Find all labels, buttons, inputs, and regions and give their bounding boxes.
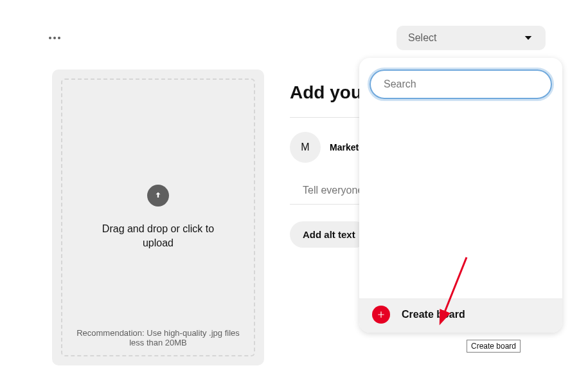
- board-search-wrap: [359, 58, 562, 106]
- add-alt-text-button[interactable]: Add alt text: [290, 221, 368, 248]
- more-options-icon[interactable]: [49, 37, 60, 39]
- board-dropdown: Create board: [359, 58, 562, 333]
- avatar[interactable]: M: [290, 132, 321, 163]
- board-select-label: Select: [408, 32, 436, 44]
- plus-icon: [372, 306, 390, 324]
- upload-dropzone[interactable]: Drag and drop or click to upload Recomme…: [61, 78, 255, 356]
- upload-icon: [147, 185, 169, 207]
- create-board-label: Create board: [402, 309, 465, 320]
- board-search-input[interactable]: [370, 69, 552, 99]
- topbar: Select: [10, 0, 578, 50]
- chevron-down-icon: [522, 32, 534, 44]
- upload-panel[interactable]: Drag and drop or click to upload Recomme…: [52, 69, 264, 365]
- board-select-button[interactable]: Select: [396, 26, 546, 50]
- upload-main-text: Drag and drop or click to upload: [94, 222, 222, 251]
- board-list[interactable]: [359, 106, 562, 299]
- upload-recommendation: Recommendation: Use high-quality .jpg fi…: [62, 328, 254, 347]
- pin-builder-page: Select Drag and drop or click to upload …: [10, 0, 578, 368]
- tooltip: Create board: [467, 340, 521, 353]
- create-board-button[interactable]: Create board: [359, 299, 562, 333]
